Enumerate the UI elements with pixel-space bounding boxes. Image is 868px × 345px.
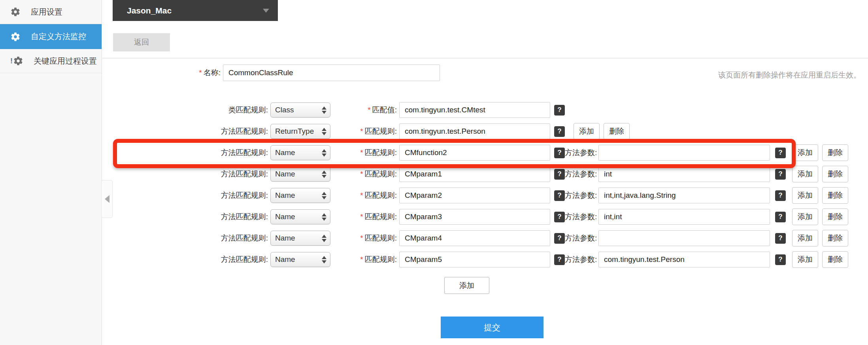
method-rule-select[interactable]: Name [270, 167, 330, 182]
method-rule-label: 方法匹配规则: [102, 254, 268, 265]
method-params-group: 方法参数: ? [565, 230, 786, 246]
select-value: Name [275, 148, 295, 157]
row-add-button[interactable]: 添加 [574, 123, 600, 140]
header-divider [102, 58, 868, 59]
back-button[interactable]: 返回 [113, 33, 170, 51]
method-params-label: 方法参数: [565, 169, 596, 179]
sidebar-collapse-handle[interactable] [101, 180, 113, 218]
match-rule-input[interactable] [399, 252, 550, 267]
method-params-group: 方法参数: ? [565, 252, 786, 267]
help-icon[interactable]: ? [554, 148, 565, 158]
stepper-arrows-icon [322, 171, 326, 178]
row-delete-button[interactable]: 删除 [822, 230, 848, 246]
match-rule-label: *匹配规则: [330, 126, 397, 136]
method-rule-select[interactable]: Name [270, 231, 330, 246]
class-rule-select[interactable]: Class [270, 102, 330, 118]
class-rule-label: 类匹配规则: [102, 105, 268, 115]
match-rule-input[interactable] [399, 209, 550, 225]
row-add-button[interactable]: 添加 [792, 230, 818, 246]
row-add-button[interactable]: 添加 [792, 209, 818, 225]
row-delete-button[interactable]: 删除 [822, 144, 848, 161]
app-selector-dropdown[interactable]: Jason_Mac [113, 0, 278, 21]
method-rule-label: 方法匹配规则: [102, 233, 268, 243]
match-rule-label: *匹配规则: [330, 190, 397, 201]
help-icon[interactable]: ? [554, 212, 565, 222]
sidebar-item-key-process-settings[interactable]: ! 关键应用过程设置 [0, 49, 102, 73]
help-icon[interactable]: ? [554, 254, 565, 265]
match-rule-input[interactable] [399, 188, 550, 203]
row-delete-button[interactable]: 删除 [822, 209, 848, 225]
sidebar-item-custom-method-monitor[interactable]: 自定义方法监控 [0, 24, 102, 49]
row-add-button[interactable]: 添加 [792, 187, 818, 204]
sidebar-item-label: 关键应用过程设置 [34, 56, 97, 66]
method-rule-row: 方法匹配规则: ReturnType *匹配规则: ? 添加 删除 [102, 123, 848, 139]
method-params-input[interactable] [598, 230, 770, 246]
match-rule-label: *匹配规则: [330, 169, 397, 179]
app-selector-value: Jason_Mac [127, 6, 172, 15]
help-icon[interactable]: ? [554, 190, 565, 201]
method-rule-row: 方法匹配规则: Name *匹配规则: ? 方法参数: ? 添加 删除 [102, 166, 848, 182]
add-row-button[interactable]: 添加 [444, 277, 489, 294]
match-rule-label: *匹配规则: [330, 212, 397, 222]
select-value: Name [275, 191, 295, 200]
method-rule-select[interactable]: Name [270, 145, 330, 160]
sidebar-item-label: 自定义方法监控 [31, 31, 86, 42]
sidebar: 应用设置 自定义方法监控 ! 关键应用过程设置 [0, 0, 102, 345]
method-params-input[interactable] [598, 209, 770, 225]
select-value: Class [275, 106, 294, 114]
name-input[interactable] [223, 64, 440, 81]
method-rule-select[interactable]: ReturnType [270, 124, 330, 139]
stepper-arrows-icon [322, 128, 326, 135]
help-icon[interactable]: ? [554, 169, 565, 180]
match-rule-input[interactable] [399, 123, 550, 139]
row-delete-button[interactable]: 删除 [822, 187, 848, 204]
method-params-group: 方法参数: ? [565, 166, 786, 182]
method-params-label: 方法参数: [565, 212, 596, 222]
match-rule-input[interactable] [399, 145, 550, 161]
help-icon[interactable]: ? [775, 233, 786, 244]
method-rule-select[interactable]: Name [270, 209, 330, 224]
submit-button[interactable]: 提交 [441, 317, 543, 338]
help-icon[interactable]: ? [775, 254, 786, 265]
method-params-input[interactable] [598, 188, 770, 203]
method-params-input[interactable] [598, 145, 770, 161]
stepper-arrows-icon [322, 235, 326, 242]
gear-icon [10, 7, 21, 17]
row-delete-button[interactable]: 删除 [822, 251, 848, 268]
row-delete-button[interactable]: 删除 [822, 166, 848, 182]
stepper-arrows-icon [322, 256, 326, 263]
method-rule-row: 方法匹配规则: Name *匹配规则: ? 方法参数: ? 添加 删除 [102, 145, 848, 161]
select-value: Name [275, 212, 295, 221]
method-rule-label: 方法匹配规则: [102, 169, 268, 179]
match-value-input[interactable] [399, 102, 550, 118]
row-add-button[interactable]: 添加 [792, 166, 818, 182]
method-rule-select[interactable]: Name [270, 188, 330, 203]
sidebar-item-app-settings[interactable]: 应用设置 [0, 0, 102, 24]
method-rule-select[interactable]: Name [270, 252, 330, 267]
help-icon[interactable]: ? [554, 233, 565, 244]
method-params-label: 方法参数: [565, 148, 596, 158]
help-icon[interactable]: ? [775, 190, 786, 201]
match-rule-input[interactable] [399, 166, 550, 182]
match-rule-label: *匹配规则: [330, 233, 397, 243]
help-icon[interactable]: ? [554, 105, 565, 116]
help-icon[interactable]: ? [775, 212, 786, 222]
help-icon[interactable]: ? [775, 169, 786, 180]
method-params-group: 方法参数: ? [565, 188, 786, 203]
stepper-arrows-icon [322, 149, 326, 157]
method-rule-label: 方法匹配规则: [102, 212, 268, 222]
row-add-button[interactable]: 添加 [792, 144, 818, 161]
method-params-input[interactable] [598, 252, 770, 267]
name-label: *名称: [102, 68, 221, 78]
help-icon[interactable]: ? [775, 148, 786, 158]
chevron-down-icon [263, 9, 269, 13]
stepper-arrows-icon [322, 213, 326, 221]
select-value: ReturnType [275, 127, 314, 136]
match-value-label: *匹配值: [330, 105, 397, 115]
match-rule-input[interactable] [399, 230, 550, 246]
help-icon[interactable]: ? [554, 126, 565, 137]
row-delete-button[interactable]: 删除 [604, 123, 630, 140]
match-rule-label: *匹配规则: [330, 254, 397, 265]
method-params-input[interactable] [598, 166, 770, 182]
row-add-button[interactable]: 添加 [792, 251, 818, 268]
